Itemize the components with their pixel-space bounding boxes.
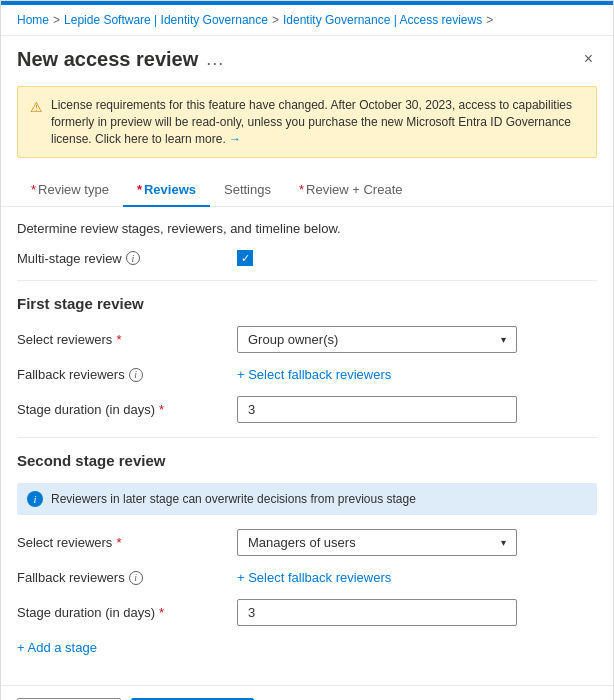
breadcrumb-sep-2: > (272, 13, 279, 27)
first-stage-select-reviewers-row: Select reviewers * Group owner(s) ▾ (17, 326, 597, 353)
first-stage-duration-row: Stage duration (in days) * (17, 396, 597, 423)
header-left: New access review ... (17, 48, 224, 71)
checkbox-check-icon: ✓ (241, 253, 250, 264)
second-stage-duration-control (237, 599, 597, 626)
chevron-down-icon: ▾ (501, 334, 506, 345)
breadcrumb-home[interactable]: Home (17, 13, 49, 27)
tab-bar: *Review type *Reviews Settings *Review +… (1, 166, 613, 207)
second-fallback-info-icon[interactable]: i (129, 571, 143, 585)
alert-text: License requirements for this feature ha… (51, 97, 584, 147)
second-stage-info-text: Reviewers in later stage can overwrite d… (51, 492, 416, 506)
required-indicator: * (116, 535, 121, 550)
second-stage-duration-label: Stage duration (in days) * (17, 605, 237, 620)
second-stage-reviewer-dropdown[interactable]: Managers of users ▾ (237, 529, 517, 556)
page-header: New access review ... × (1, 36, 613, 78)
first-stage-select-reviewers-label: Select reviewers * (17, 332, 237, 347)
chevron-down-icon: ▾ (501, 537, 506, 548)
breadcrumb-access-reviews[interactable]: Identity Governance | Access reviews (283, 13, 482, 27)
required-star: * (137, 182, 142, 197)
second-stage-select-reviewers-row: Select reviewers * Managers of users ▾ (17, 529, 597, 556)
breadcrumb: Home > Lepide Software | Identity Govern… (1, 5, 613, 36)
second-stage-fallback-control: + Select fallback reviewers (237, 570, 597, 585)
add-stage-link[interactable]: + Add a stage (17, 640, 597, 655)
section-divider (17, 280, 597, 281)
required-star: * (299, 182, 304, 197)
page-title: New access review (17, 48, 198, 71)
tab-settings[interactable]: Settings (210, 174, 285, 207)
first-stage-reviewer-value: Group owner(s) (248, 332, 338, 347)
multi-stage-row: Multi-stage review i ✓ (17, 250, 597, 266)
first-stage-fallback-link[interactable]: + Select fallback reviewers (237, 367, 391, 382)
required-indicator: * (159, 605, 164, 620)
alert-link[interactable]: → (229, 132, 241, 146)
second-stage-reviewer-value: Managers of users (248, 535, 356, 550)
footer: < Previous Next: Settings (1, 685, 613, 700)
first-stage-fallback-row: Fallback reviewers i + Select fallback r… (17, 367, 597, 382)
breadcrumb-identity-gov[interactable]: Lepide Software | Identity Governance (64, 13, 268, 27)
first-stage-duration-label: Stage duration (in days) * (17, 402, 237, 417)
first-stage-fallback-control: + Select fallback reviewers (237, 367, 597, 382)
tab-reviews[interactable]: *Reviews (123, 174, 210, 207)
second-stage-fallback-label: Fallback reviewers i (17, 570, 237, 585)
required-star: * (31, 182, 36, 197)
breadcrumb-sep-3: > (486, 13, 493, 27)
multi-stage-checkbox[interactable]: ✓ (237, 250, 253, 266)
second-stage-duration-row: Stage duration (in days) * (17, 599, 597, 626)
first-stage-reviewer-dropdown[interactable]: Group owner(s) ▾ (237, 326, 517, 353)
info-circle-icon: i (27, 491, 43, 507)
breadcrumb-sep-1: > (53, 13, 60, 27)
first-stage-title: First stage review (17, 295, 597, 312)
second-stage-fallback-row: Fallback reviewers i + Select fallback r… (17, 570, 597, 585)
more-options-icon[interactable]: ... (206, 49, 224, 70)
required-indicator: * (116, 332, 121, 347)
close-button[interactable]: × (580, 46, 597, 72)
multi-stage-label: Multi-stage review i (17, 251, 237, 266)
second-section-divider (17, 437, 597, 438)
first-stage-duration-control (237, 396, 597, 423)
tab-review-create[interactable]: *Review + Create (285, 174, 417, 207)
first-stage-fallback-label: Fallback reviewers i (17, 367, 237, 382)
add-stage-label: + Add a stage (17, 640, 97, 655)
warning-icon: ⚠ (30, 98, 43, 118)
required-indicator: * (159, 402, 164, 417)
second-stage-reviewer-control: Managers of users ▾ (237, 529, 597, 556)
second-stage-duration-input[interactable] (237, 599, 517, 626)
second-stage-title: Second stage review (17, 452, 597, 469)
tab-review-type[interactable]: *Review type (17, 174, 123, 207)
main-panel: Home > Lepide Software | Identity Govern… (0, 0, 614, 700)
multi-stage-checkbox-container: ✓ (237, 250, 597, 266)
second-stage-info-box: i Reviewers in later stage can overwrite… (17, 483, 597, 515)
content-area: Determine review stages, reviewers, and … (1, 207, 613, 685)
description-text: Determine review stages, reviewers, and … (17, 221, 597, 236)
fallback-info-icon[interactable]: i (129, 368, 143, 382)
second-stage-fallback-link[interactable]: + Select fallback reviewers (237, 570, 391, 585)
first-stage-duration-input[interactable] (237, 396, 517, 423)
first-stage-reviewer-control: Group owner(s) ▾ (237, 326, 597, 353)
multi-stage-info-icon[interactable]: i (126, 251, 140, 265)
second-stage-select-reviewers-label: Select reviewers * (17, 535, 237, 550)
alert-banner: ⚠ License requirements for this feature … (17, 86, 597, 158)
